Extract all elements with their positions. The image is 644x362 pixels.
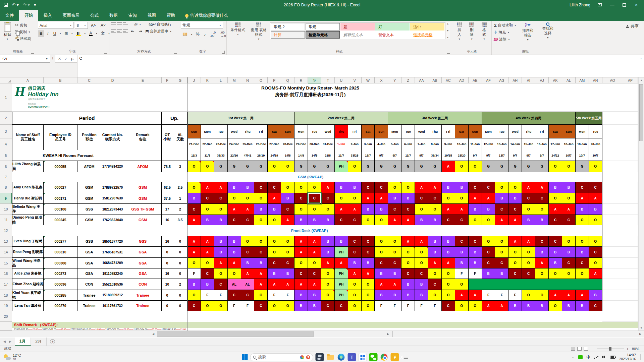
ribbon-tab-视图[interactable]: 视图 — [142, 10, 161, 21]
shift-cell-9-O[interactable]: O — [254, 193, 268, 204]
shift-cell-13-M[interactable]: B — [228, 236, 241, 247]
staff-id[interactable]: 000308 — [44, 258, 77, 268]
staff-position[interactable]: AFOM — [77, 161, 101, 172]
date-header-12-Jan[interactable]: 12-Jan — [482, 138, 495, 150]
shift-cell-18-W[interactable]: O — [362, 290, 375, 301]
staff-position[interactable]: CON — [77, 279, 101, 290]
date-header-6-Jan[interactable]: 6-Jan — [401, 138, 415, 150]
date-header-25-Dec[interactable]: 25-Dec — [241, 138, 255, 150]
shift-cell-19-T[interactable]: C — [321, 301, 335, 311]
staff-position[interactable]: GSM — [77, 182, 101, 193]
shift-cell-18-U[interactable]: PH — [335, 290, 348, 301]
shift-cell-8-X[interactable]: C — [375, 182, 388, 193]
shift-cell-8-S[interactable]: O — [308, 182, 321, 193]
align-bottom-icon[interactable] — [123, 22, 128, 26]
grow-font-button[interactable]: A˄ — [89, 22, 98, 28]
hscroll-left-arrow[interactable]: ◀ — [150, 331, 156, 337]
shift-cell-18-AJ[interactable]: O — [535, 290, 549, 301]
shift-cell-14-AG[interactable]: O — [495, 247, 508, 258]
shift-cell-8-P[interactable]: C — [268, 182, 281, 193]
shift-cell-19-AB[interactable]: F — [428, 301, 442, 311]
start-button[interactable] — [242, 354, 248, 360]
staff-al[interactable]: 0 — [173, 290, 187, 301]
shift-cell-16-AA[interactable]: C — [415, 268, 428, 279]
shift-cell-15-W[interactable]: B — [362, 258, 375, 268]
cell-AO19[interactable] — [602, 301, 623, 311]
staff-remark[interactable]: GSS — [124, 236, 162, 247]
section-label-cell[interactable]: GSM (KWEAP) — [187, 172, 602, 182]
shift-cell-13-AH[interactable]: A — [508, 236, 522, 247]
staff-contact[interactable]: 19110882240 — [101, 268, 124, 279]
shift-cell-10-W[interactable]: B — [362, 204, 375, 215]
shift-cell-19-AE[interactable]: O — [469, 301, 482, 311]
shift-cell-13-AE[interactable]: C — [469, 236, 482, 247]
cell-AP11[interactable] — [623, 215, 638, 225]
staff-header-remark[interactable]: Remark备注 — [124, 125, 162, 150]
copy-button[interactable]: 复制▼ — [14, 28, 32, 35]
shift-cell-13-AN[interactable]: O — [589, 236, 602, 247]
cell-AP8[interactable] — [623, 182, 638, 193]
comma-button[interactable]: ٫ — [203, 31, 207, 37]
staff-header-employee-id[interactable]: Employee ID员工号 — [44, 125, 77, 150]
row-header-11[interactable]: 11 — [0, 215, 12, 225]
shift-cell-16-Y[interactable]: B — [388, 268, 401, 279]
staff-id[interactable]: 000245 — [44, 215, 77, 225]
share-button[interactable]: 共享 — [626, 23, 639, 29]
shift-cell-11-W[interactable]: O — [362, 215, 375, 225]
sheet-tab-2月[interactable]: 2月 — [31, 338, 47, 346]
day-header-15-Jan[interactable]: Thu — [522, 125, 535, 138]
column-header-AF[interactable]: AF — [482, 77, 495, 83]
staff-name[interactable]: Django Peng 彭琨皓 — [12, 215, 44, 225]
forecast-13-Jan[interactable]: 13/7 — [495, 150, 508, 161]
column-header-AO[interactable]: AO — [602, 77, 623, 83]
shift-cell-19-S[interactable]: B — [308, 301, 321, 311]
forecast-20-Jan[interactable]: 10/7 — [589, 150, 602, 161]
shift-cell-17-W[interactable]: O — [362, 279, 375, 290]
day-header-1-Jan[interactable]: Thu — [335, 125, 348, 138]
row-header-5[interactable]: 5 — [0, 150, 12, 161]
shift-cell-18-V[interactable]: O — [348, 290, 362, 301]
shift-cell-14-AC[interactable]: B — [442, 247, 455, 258]
column-header-P[interactable]: P — [268, 77, 281, 83]
orientation-button[interactable]: ab — [133, 22, 139, 27]
shrink-font-button[interactable]: A˅ — [99, 22, 107, 28]
forecast-18-Jan[interactable]: 10/7 — [562, 150, 576, 161]
shift-cell-11-AE[interactable]: O — [469, 215, 482, 225]
ribbon-tab-页面布局[interactable]: 页面布局 — [57, 10, 85, 21]
cell-AP34[interactable] — [623, 125, 638, 150]
staff-id[interactable]: 000055 — [44, 161, 77, 172]
shift-cell-19-AA[interactable]: F — [415, 301, 428, 311]
shift-cell-14-Z[interactable]: O — [401, 247, 415, 258]
forecast-25-Dec[interactable]: 47/41 — [241, 150, 255, 161]
cell-style-适中[interactable]: 适中 — [410, 23, 444, 31]
shift-cell-15-AB[interactable]: A — [428, 258, 442, 268]
shift-cell-18-N[interactable]: C — [241, 290, 255, 301]
shift-cell-10-Z[interactable]: C — [401, 204, 415, 215]
shift-cell-14-U[interactable]: PH — [335, 247, 348, 258]
increase-indent-icon[interactable]: ⇥ — [137, 28, 144, 34]
shift-cell-8-AB[interactable]: A — [428, 182, 442, 193]
shift-cell-14-J[interactable]: A — [187, 247, 201, 258]
staff-name[interactable]: Winni Wang 王晶晶 — [12, 258, 44, 268]
shift-cell-10-AC[interactable]: A — [442, 204, 455, 215]
shift-cell-6-AI[interactable]: G — [522, 161, 535, 172]
align-left-icon[interactable] — [111, 29, 116, 33]
cell-style-差[interactable]: 差 — [340, 23, 375, 31]
date-header-1-Jan[interactable]: 1-Jan — [335, 138, 348, 150]
shift-cell-6-AE[interactable]: O — [469, 161, 482, 172]
shift-cell-19-X[interactable]: F — [375, 301, 388, 311]
shift-cell-16-Q[interactable]: B — [281, 268, 294, 279]
column-header-M[interactable]: M — [228, 77, 241, 83]
shift-cell-16-P[interactable]: B — [268, 268, 281, 279]
shift-cell-9-L[interactable]: C — [214, 193, 228, 204]
shift-cell-9-S[interactable]: C▼ — [308, 193, 321, 204]
formula-bar-collapse-icon[interactable]: ⌄ — [640, 56, 642, 59]
staff-position[interactable]: GSS — [77, 236, 101, 247]
column-header-T[interactable]: T — [321, 77, 335, 83]
volume-icon[interactable] — [602, 355, 606, 359]
shift-cell-11-AJ[interactable]: B — [535, 215, 549, 225]
forecast-10-Jan[interactable]: 23/20 — [455, 150, 469, 161]
wrap-text-button[interactable]: ab̲↩ 自动换行 — [149, 22, 172, 27]
align-center-icon[interactable] — [117, 29, 122, 33]
restore-button[interactable] — [623, 3, 626, 7]
